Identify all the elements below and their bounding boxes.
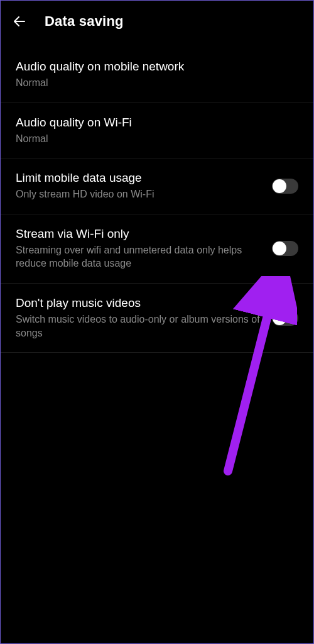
- setting-text: Don't play music videos Switch music vid…: [16, 296, 262, 340]
- setting-audio-quality-mobile[interactable]: Audio quality on mobile network Normal: [1, 41, 313, 103]
- setting-text: Limit mobile data usage Only stream HD v…: [16, 171, 262, 201]
- page-title: Data saving: [45, 13, 124, 30]
- setting-dont-play-music-videos[interactable]: Don't play music videos Switch music vid…: [1, 284, 313, 353]
- settings-list: Audio quality on mobile network Normal A…: [1, 41, 313, 353]
- setting-text: Audio quality on Wi-Fi Normal: [16, 116, 298, 146]
- setting-subtitle: Normal: [16, 132, 298, 146]
- toggle-limit-mobile-data[interactable]: [272, 179, 298, 194]
- toggle-knob: [273, 311, 286, 325]
- setting-title: Audio quality on Wi-Fi: [16, 116, 298, 130]
- setting-subtitle: Switch music videos to audio-only or alb…: [16, 313, 262, 340]
- toggle-stream-wifi-only[interactable]: [272, 241, 298, 256]
- back-icon[interactable]: [12, 14, 27, 29]
- setting-title: Audio quality on mobile network: [16, 60, 298, 74]
- setting-text: Stream via Wi-Fi only Streaming over wif…: [16, 227, 262, 270]
- setting-subtitle: Streaming over wifi and unmetered data o…: [16, 243, 262, 270]
- setting-subtitle: Normal: [16, 76, 298, 90]
- setting-title: Don't play music videos: [16, 296, 262, 310]
- setting-audio-quality-wifi[interactable]: Audio quality on Wi-Fi Normal: [1, 103, 313, 159]
- toggle-knob: [273, 179, 286, 193]
- toggle-dont-play-music-videos[interactable]: [272, 311, 298, 326]
- setting-stream-wifi-only[interactable]: Stream via Wi-Fi only Streaming over wif…: [1, 214, 313, 284]
- setting-title: Stream via Wi-Fi only: [16, 227, 262, 241]
- setting-text: Audio quality on mobile network Normal: [16, 60, 298, 90]
- toggle-knob: [273, 242, 286, 255]
- header: Data saving: [1, 1, 313, 41]
- setting-limit-mobile-data[interactable]: Limit mobile data usage Only stream HD v…: [1, 158, 313, 214]
- setting-title: Limit mobile data usage: [16, 171, 262, 185]
- setting-subtitle: Only stream HD video on Wi-Fi: [16, 187, 262, 201]
